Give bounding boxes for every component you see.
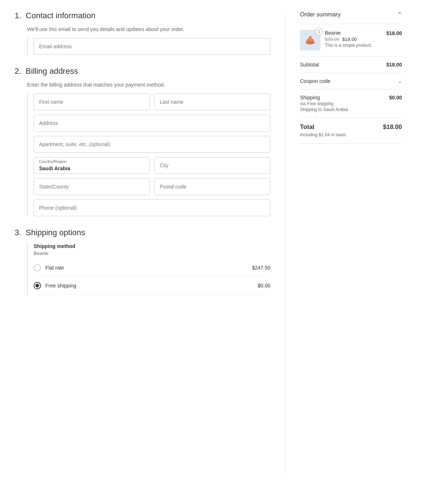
country-field-wrapper: Country/Region xyxy=(34,157,150,174)
country-input[interactable] xyxy=(34,157,150,174)
coupon-row[interactable]: Coupon code ⌄ xyxy=(300,73,402,89)
product-info: Beanie $20.00 $18.00 This is a simple pr… xyxy=(325,30,382,48)
shipping-row-inner: Shipping $0.00 xyxy=(300,95,402,100)
product-quantity-badge: 1 xyxy=(315,28,323,35)
shipping-label: Shipping xyxy=(300,95,320,100)
shipping-number: 3. xyxy=(15,228,21,237)
state-wrapper xyxy=(34,178,150,195)
subtotal-value: $18.00 xyxy=(386,62,402,68)
product-old-price: $20.00 xyxy=(325,37,339,42)
billing-description: Enter the billing address that matches y… xyxy=(27,82,270,88)
shipping-row: Shipping $0.00 via Free shipping Shippin… xyxy=(300,89,402,117)
product-price-line: $20.00 $18.00 xyxy=(325,37,382,42)
collapse-icon[interactable]: ⌃ xyxy=(397,11,402,18)
total-row: Total $18.00 xyxy=(300,117,402,132)
coupon-label: Coupon code xyxy=(300,78,330,84)
free-shipping-left: Free shipping xyxy=(34,282,76,289)
total-label: Total xyxy=(300,123,314,131)
coupon-expand-icon[interactable]: ⌄ xyxy=(398,78,402,84)
address-row xyxy=(34,115,270,131)
shipping-title: Shipping options xyxy=(26,228,85,237)
contact-section: 1. Contact information We'll use this em… xyxy=(15,11,270,55)
contact-body xyxy=(27,38,270,55)
order-sidebar: Order summary ⌃ 1 Beanie xyxy=(285,11,402,477)
email-input[interactable] xyxy=(34,38,270,55)
billing-title: Billing address xyxy=(26,66,78,76)
free-shipping-option[interactable]: Free shipping $0.00 xyxy=(34,277,270,295)
billing-section: 2. Billing address Enter the billing add… xyxy=(15,66,270,216)
shipping-to: Shipping to Saudi Arabia xyxy=(300,107,402,112)
free-shipping-radio[interactable] xyxy=(34,282,41,289)
email-field-wrapper xyxy=(34,38,270,55)
shipping-method-title: Shipping method xyxy=(34,243,270,249)
billing-number: 2. xyxy=(15,66,21,76)
billing-header: 2. Billing address xyxy=(15,66,270,76)
product-description: This is a simple product. xyxy=(325,43,382,48)
free-shipping-price: $0.00 xyxy=(258,283,270,289)
postal-wrapper xyxy=(154,178,270,195)
subtotal-row: Subtotal $18.00 xyxy=(300,56,402,73)
total-value: $18.00 xyxy=(383,123,402,131)
contact-title: Contact information xyxy=(26,11,95,20)
first-name-wrapper xyxy=(34,94,150,110)
apartment-row xyxy=(34,136,270,153)
name-row xyxy=(34,94,270,110)
contact-description: We'll use this email to send you details… xyxy=(27,26,270,32)
subtotal-label: Subtotal xyxy=(300,62,319,68)
state-postal-row xyxy=(34,178,270,195)
email-row xyxy=(34,38,270,55)
first-name-input[interactable] xyxy=(34,94,150,110)
shipping-header: 3. Shipping options xyxy=(15,228,270,237)
address-input[interactable] xyxy=(34,115,270,131)
shipping-method-subtitle: Beanie xyxy=(34,251,270,256)
postal-input[interactable] xyxy=(154,178,270,195)
product-image-wrapper: 1 xyxy=(300,30,320,50)
state-input[interactable] xyxy=(34,178,150,195)
phone-row xyxy=(34,199,270,216)
product-price-col: $18.00 xyxy=(386,30,402,36)
flat-rate-option[interactable]: Flat rate $247.50 xyxy=(34,259,270,277)
product-row: 1 Beanie $20.00 $18.00 This is a simple … xyxy=(300,30,402,50)
contact-number: 1. xyxy=(15,11,21,20)
tax-note: Including $1.64 in taxes xyxy=(300,132,402,144)
svg-rect-1 xyxy=(306,42,315,43)
shipping-value: $0.00 xyxy=(389,95,402,100)
shipping-via: via Free shipping xyxy=(300,101,402,106)
last-name-input[interactable] xyxy=(154,94,270,110)
city-input[interactable] xyxy=(154,157,270,174)
contact-header: 1. Contact information xyxy=(15,11,270,20)
last-name-wrapper xyxy=(154,94,270,110)
phone-wrapper xyxy=(34,199,270,216)
country-city-row: Country/Region xyxy=(34,157,270,174)
product-current-price: $18.00 xyxy=(386,30,402,36)
shipping-body: Shipping method Beanie Flat rate $247.50 xyxy=(27,243,270,295)
svg-point-2 xyxy=(309,36,312,39)
flat-rate-radio[interactable] xyxy=(34,264,41,271)
flat-rate-label: Flat rate xyxy=(45,265,64,271)
apartment-wrapper xyxy=(34,136,270,153)
flat-rate-left: Flat rate xyxy=(34,264,64,271)
address-wrapper xyxy=(34,115,270,131)
main-content: 1. Contact information We'll use this em… xyxy=(15,11,270,477)
apartment-input[interactable] xyxy=(34,136,270,153)
flat-rate-price: $247.50 xyxy=(252,265,270,271)
shipping-section: 3. Shipping options Shipping method Bean… xyxy=(15,228,270,295)
phone-input[interactable] xyxy=(34,199,270,216)
shipping-options-group: Flat rate $247.50 Free shipping $0.00 xyxy=(34,259,270,295)
beanie-icon xyxy=(304,34,316,46)
city-wrapper xyxy=(154,157,270,174)
billing-body: Country/Region xyxy=(27,94,270,216)
order-summary-title: Order summary xyxy=(300,11,341,18)
free-shipping-label: Free shipping xyxy=(45,283,76,289)
product-name: Beanie xyxy=(325,30,382,36)
product-sale-price: $18.00 xyxy=(342,37,357,42)
order-summary-header: Order summary ⌃ xyxy=(300,11,402,24)
